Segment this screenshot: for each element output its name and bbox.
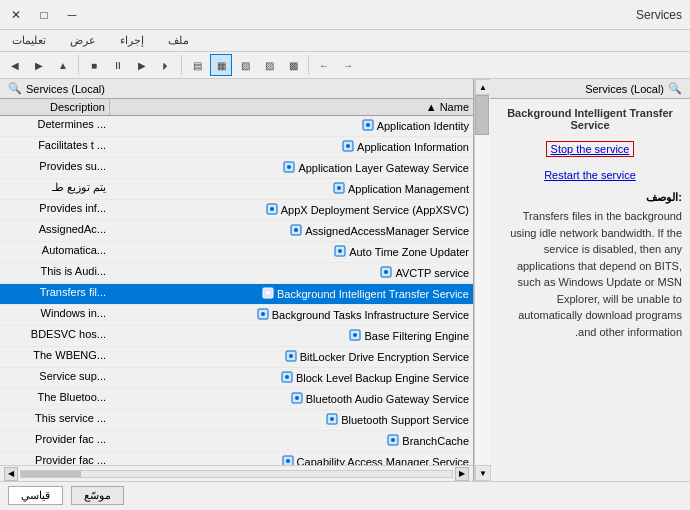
stop-service-link[interactable]: Stop the service bbox=[546, 141, 635, 157]
right-panel: Services (Local) 🔍 Background Intelligen… bbox=[490, 79, 690, 481]
service-gear-icon bbox=[332, 181, 346, 197]
table-row[interactable]: ...Transfers filBackground Intelligent T… bbox=[0, 284, 473, 305]
toolbar-sep-2 bbox=[181, 55, 182, 75]
service-desc: ...The Bluetoo bbox=[0, 389, 110, 409]
table-row[interactable]: يتم توزيع طـApplication Management bbox=[0, 179, 473, 200]
table-row[interactable]: ...This is AudiAVCTP service bbox=[0, 263, 473, 284]
service-name: Capability Access Manager Service bbox=[110, 452, 473, 465]
menu-file[interactable]: ملف bbox=[164, 32, 193, 49]
svg-point-21 bbox=[353, 333, 357, 337]
scroll-down-btn[interactable]: ▼ bbox=[475, 465, 491, 481]
view4-btn[interactable]: ▨ bbox=[258, 54, 280, 76]
service-gear-icon bbox=[261, 286, 275, 302]
table-row[interactable]: ... DeterminesApplication Identity bbox=[0, 116, 473, 137]
scroll-track[interactable] bbox=[475, 95, 490, 465]
hscroll-thumb[interactable] bbox=[21, 471, 81, 477]
view3-btn[interactable]: ▧ bbox=[234, 54, 256, 76]
service-desc: ...The WBENG bbox=[0, 347, 110, 367]
toolbar: ◀ ▶ ▲ ■ ⏸ ▶ ⏵ ▤ ▦ ▧ ▨ ▩ ← → bbox=[0, 52, 690, 79]
menu-help[interactable]: تعليمات bbox=[8, 32, 50, 49]
table-row[interactable]: ...BDESVC hosBase Filtering Engine bbox=[0, 326, 473, 347]
menu-bar: ملف إجراء عرض تعليمات bbox=[0, 30, 690, 52]
toolbar-sep-3 bbox=[308, 55, 309, 75]
play-btn[interactable]: ▶ bbox=[131, 54, 153, 76]
minimize-button[interactable]: ─ bbox=[64, 7, 80, 23]
right-panel-title: Services (Local) bbox=[585, 83, 664, 95]
menu-view[interactable]: عرض bbox=[66, 32, 100, 49]
svg-point-33 bbox=[286, 459, 290, 463]
table-row[interactable]: ...AssignedAcAssignedAccessManager Servi… bbox=[0, 221, 473, 242]
table-row[interactable]: ... Facilitates tApplication Information bbox=[0, 137, 473, 158]
service-name: Application Information bbox=[110, 137, 473, 157]
forward-btn[interactable]: ▶ bbox=[28, 54, 50, 76]
service-name-text: Application Layer Gateway Service bbox=[298, 162, 469, 174]
service-name: Bluetooth Support Service bbox=[110, 410, 473, 430]
table-row[interactable]: ...Service supBlock Level Backup Engine … bbox=[0, 368, 473, 389]
h-scrollbar[interactable]: ◀ ▶ bbox=[0, 465, 473, 481]
service-name-text: Application Information bbox=[357, 141, 469, 153]
search-icon[interactable]: 🔍 bbox=[8, 82, 22, 95]
main-area: Services (Local) 🔍 Description Name ▲ ..… bbox=[0, 79, 690, 481]
service-name-text: Capability Access Manager Service bbox=[297, 456, 469, 465]
table-row[interactable]: ... Provider facCapability Access Manage… bbox=[0, 452, 473, 465]
col-desc-header[interactable]: Description bbox=[0, 99, 110, 115]
rows-container: ... DeterminesApplication Identity ... F… bbox=[0, 116, 473, 465]
service-name: Background Intelligent Transfer Service bbox=[110, 284, 473, 304]
service-name: BitLocker Drive Encryption Service bbox=[110, 347, 473, 367]
v-scrollbar[interactable]: ▲ ▼ bbox=[474, 79, 490, 481]
svg-point-5 bbox=[287, 165, 291, 169]
pause-btn[interactable]: ⏸ bbox=[107, 54, 129, 76]
service-desc: ... Provider fac bbox=[0, 452, 110, 465]
service-gear-icon bbox=[333, 244, 347, 260]
view5-btn[interactable]: ▩ bbox=[282, 54, 304, 76]
maximize-button[interactable]: □ bbox=[36, 7, 52, 23]
table-row[interactable]: ...The BluetooBluetooth Audio Gateway Se… bbox=[0, 389, 473, 410]
service-name: BranchCache bbox=[110, 431, 473, 451]
resume-btn[interactable]: ⏵ bbox=[155, 54, 177, 76]
service-name-text: Block Level Backup Engine Service bbox=[296, 372, 469, 384]
right-search-icon[interactable]: 🔍 bbox=[668, 82, 682, 95]
service-gear-icon bbox=[386, 433, 400, 449]
table-row[interactable]: ...Provides suApplication Layer Gateway … bbox=[0, 158, 473, 179]
restart-service-link[interactable]: Restart the service bbox=[498, 169, 682, 181]
svg-point-9 bbox=[270, 207, 274, 211]
back-btn[interactable]: ◀ bbox=[4, 54, 26, 76]
nav-fwd-btn[interactable]: → bbox=[337, 54, 359, 76]
menu-action[interactable]: إجراء bbox=[116, 32, 148, 49]
svg-point-31 bbox=[391, 438, 395, 442]
service-name-text: BitLocker Drive Encryption Service bbox=[300, 351, 469, 363]
nav-back-btn[interactable]: ← bbox=[313, 54, 335, 76]
close-button[interactable]: ✕ bbox=[8, 7, 24, 23]
status-tab-standard[interactable]: قياسي bbox=[8, 486, 63, 505]
table-row[interactable]: ...Provides infAppX Deployment Service (… bbox=[0, 200, 473, 221]
service-desc: يتم توزيع طـ bbox=[0, 179, 110, 199]
service-name-text: Background Intelligent Transfer Service bbox=[277, 288, 469, 300]
service-desc: ...Windows in bbox=[0, 305, 110, 325]
status-tab-extended[interactable]: موسّع bbox=[71, 486, 124, 505]
window-title: Services bbox=[636, 8, 682, 22]
table-row[interactable]: ...AutomaticaAuto Time Zone Updater bbox=[0, 242, 473, 263]
service-gear-icon bbox=[282, 160, 296, 176]
view2-btn[interactable]: ▦ bbox=[210, 54, 232, 76]
right-panel-header: Services (Local) 🔍 bbox=[490, 79, 690, 99]
table-row[interactable]: ... Provider facBranchCache bbox=[0, 431, 473, 452]
scroll-thumb[interactable] bbox=[475, 95, 489, 135]
services-table[interactable]: Description Name ▲ ... DeterminesApplica… bbox=[0, 99, 473, 465]
table-header: Description Name ▲ bbox=[0, 99, 473, 116]
service-desc: ...This is Audi bbox=[0, 263, 110, 283]
up-btn[interactable]: ▲ bbox=[52, 54, 74, 76]
left-panel-header: Services (Local) 🔍 bbox=[0, 79, 473, 99]
table-row[interactable]: ... This serviceBluetooth Support Servic… bbox=[0, 410, 473, 431]
col-name-header[interactable]: Name ▲ bbox=[110, 99, 473, 115]
view1-btn[interactable]: ▤ bbox=[186, 54, 208, 76]
table-row[interactable]: ...Windows inBackground Tasks Infrastruc… bbox=[0, 305, 473, 326]
service-desc: ...Provides su bbox=[0, 158, 110, 178]
hscroll-right-btn[interactable]: ▶ bbox=[455, 467, 469, 481]
scroll-up-btn[interactable]: ▲ bbox=[475, 79, 491, 95]
stop-btn[interactable]: ■ bbox=[83, 54, 105, 76]
hscroll-track[interactable] bbox=[20, 470, 453, 478]
service-gear-icon bbox=[256, 307, 270, 323]
table-row[interactable]: ...The WBENGBitLocker Drive Encryption S… bbox=[0, 347, 473, 368]
hscroll-left-btn[interactable]: ◀ bbox=[4, 467, 18, 481]
service-gear-icon bbox=[325, 412, 339, 428]
